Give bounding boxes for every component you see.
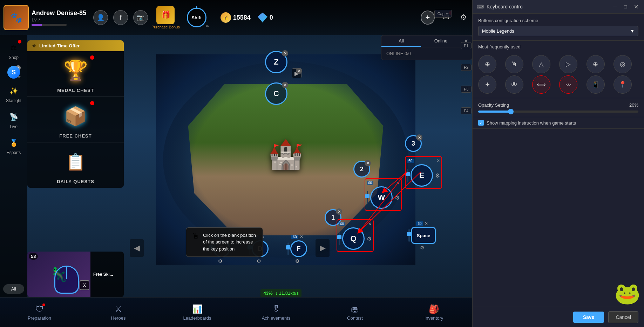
key-e-controls: 60 ✕ [407, 158, 440, 163]
key-d-gear[interactable]: ⚙ [257, 258, 261, 264]
kb-scheme-dropdown[interactable]: Mobile Legends ▼ [478, 26, 638, 36]
kb-icon-map[interactable]: 📍 [614, 75, 632, 94]
right-arrow-close[interactable]: ✕ [296, 68, 302, 74]
kb-icon-phone[interactable]: 📱 [587, 75, 605, 94]
tab-online[interactable]: Online [421, 35, 461, 47]
key-w-close[interactable]: ✕ [396, 180, 400, 185]
f4-key[interactable]: F4 [461, 107, 472, 114]
kb-icon-triangle[interactable]: △ [532, 55, 550, 73]
s-edit-icon[interactable]: ✏ [18, 75, 21, 79]
key-w-slider[interactable] [367, 191, 368, 204]
kb-minimize-btn[interactable]: ─ [611, 3, 619, 11]
key-2-wrapper: ✕ 2 [353, 161, 370, 178]
kb-icon-scope[interactable]: ◎ [614, 55, 632, 73]
kb-scheme-value: Mobile Legends [482, 28, 514, 34]
key-b-gear[interactable]: ⚙ [218, 258, 223, 264]
purchase-bonus-btn[interactable]: 🎁 Purchase Bonus [151, 6, 180, 29]
cancel-button[interactable]: Cancel [608, 311, 638, 323]
nav-contest[interactable]: 🏟 Contest [316, 301, 394, 323]
x-key[interactable]: X [80, 280, 89, 290]
f3-key[interactable]: F3 [461, 86, 472, 93]
save-button[interactable]: Save [573, 312, 604, 323]
c-key-close[interactable]: ✕ [282, 82, 288, 88]
kb-icon-arrows[interactable]: ⟺ [532, 75, 550, 94]
key-q-slider[interactable] [339, 232, 340, 245]
friends-btn[interactable]: 👤 [93, 10, 108, 25]
kb-icon-code[interactable]: </> [559, 75, 577, 94]
key-space-inner: 60 ✕ Space ⚙ [408, 221, 436, 251]
kb-close-btn[interactable]: ✕ [632, 3, 640, 11]
kb-panel-title: Keyboard contro [487, 4, 608, 9]
key-q-button[interactable]: Q [342, 227, 365, 250]
key-w-gear[interactable]: ⚙ [395, 194, 400, 201]
key-space-slider[interactable] [408, 229, 410, 242]
kb-icon-joystick[interactable]: ⊕ [478, 55, 496, 73]
cap-key-edit[interactable]: ✏ [446, 12, 449, 16]
kb-opacity-value: 20% [629, 102, 638, 108]
nav-leaderboards[interactable]: 📊 Leaderboards [158, 301, 237, 323]
sidebar-item-live[interactable]: 📡 Live [2, 108, 26, 132]
kb-checkbox-row: ✓ Show mapping instruction when game sta… [473, 117, 644, 129]
shift-btn[interactable]: ▲ Shift ✏ [187, 8, 206, 27]
cap-key[interactable]: Cap ✏ [434, 10, 452, 18]
sidebar-item-shop[interactable]: ⚖ Shop [2, 39, 26, 63]
key-e-gear[interactable]: ⚙ [435, 172, 440, 179]
kb-opacity-thumb[interactable] [508, 109, 514, 114]
key-f-button[interactable]: F [290, 240, 307, 257]
z-key-close[interactable]: ✕ [282, 50, 288, 56]
nav-preparation[interactable]: 🛡 Preparation [0, 301, 79, 323]
kb-save-bar: Save Cancel [473, 307, 644, 327]
right-nav-arrow[interactable]: ▶ [316, 239, 330, 257]
tab-all[interactable]: All [381, 35, 421, 47]
key-w-button[interactable]: W [370, 186, 393, 209]
key-q-red-box: 60 ✕ Q ⚙ [337, 219, 374, 252]
f2-key[interactable]: F2 [461, 64, 472, 71]
nav-label-contest: Contest [347, 315, 363, 321]
kb-checkbox[interactable]: ✓ [478, 120, 484, 126]
key-q-close[interactable]: ✕ [368, 221, 372, 226]
key-space-button[interactable]: Space [411, 227, 436, 244]
mouse-icon [54, 266, 79, 294]
left-nav-arrow[interactable]: ◀ [130, 239, 144, 257]
key-space-close[interactable]: ✕ [425, 221, 428, 226]
key-e-close[interactable]: ✕ [436, 158, 440, 163]
kb-icon-crosshair[interactable]: ⊕ [587, 55, 605, 73]
key-e-slider[interactable] [407, 169, 408, 182]
medal-chest-item[interactable]: 🏆 MEDAL CHEST [27, 51, 124, 97]
shift-key[interactable]: Shift [187, 8, 206, 27]
add-btn[interactable]: + [421, 11, 435, 25]
key-f-close[interactable]: ✕ [300, 234, 303, 239]
settings-btn[interactable]: ⚙ [457, 11, 470, 24]
sidebar-item-starlight[interactable]: ✨ Starlight [2, 82, 26, 106]
sidebar-item-esports[interactable]: 🏅 Esports [2, 134, 26, 158]
nav-inventory[interactable]: 🎒 Inventory [394, 301, 473, 323]
player-level: Lv.7 [32, 17, 86, 22]
key-1-close[interactable]: ✕ [336, 208, 342, 215]
all-button[interactable]: All [3, 284, 24, 294]
shift-edit-icon[interactable]: ✏ [206, 24, 209, 29]
f1-key[interactable]: F1 [461, 42, 472, 49]
nav-achievements[interactable]: 🎖 Achievements [237, 301, 316, 323]
cap-key-container: Cap ✏ [434, 10, 452, 18]
kb-icon-triangle-alt[interactable]: ▷ [559, 55, 577, 73]
key-3-close[interactable]: ✕ [416, 134, 422, 141]
kb-opacity-slider[interactable] [478, 111, 638, 113]
kb-icon-star[interactable]: ✦ [478, 75, 496, 94]
player-avatar[interactable]: 🐾 [4, 5, 29, 30]
free-chest-item[interactable]: 📦 FREE CHEST [27, 97, 124, 142]
purchase-bonus-label: Purchase Bonus [151, 25, 180, 29]
key-space-gear[interactable]: ⚙ [420, 245, 425, 251]
facebook-btn[interactable]: f [113, 10, 128, 25]
instagram-btn[interactable]: 📷 [133, 10, 148, 25]
kb-icon-mouse[interactable]: 🖱 [505, 55, 523, 73]
key-f-gear[interactable]: ⚙ [295, 258, 300, 264]
nav-heroes[interactable]: ⚔ Heroes [79, 301, 158, 323]
kb-icon-eye[interactable]: 👁 [505, 75, 523, 94]
key-f-controls: 60 ✕ [291, 234, 303, 239]
kb-maximize-btn[interactable]: □ [622, 3, 629, 11]
daily-quests-item[interactable]: 📋 DAILY QUESTS [27, 142, 124, 188]
key-e-button[interactable]: E [411, 164, 433, 187]
key-2-close[interactable]: ✕ [365, 160, 371, 166]
key-f-slider[interactable] [287, 242, 289, 255]
key-q-gear[interactable]: ⚙ [367, 235, 372, 242]
